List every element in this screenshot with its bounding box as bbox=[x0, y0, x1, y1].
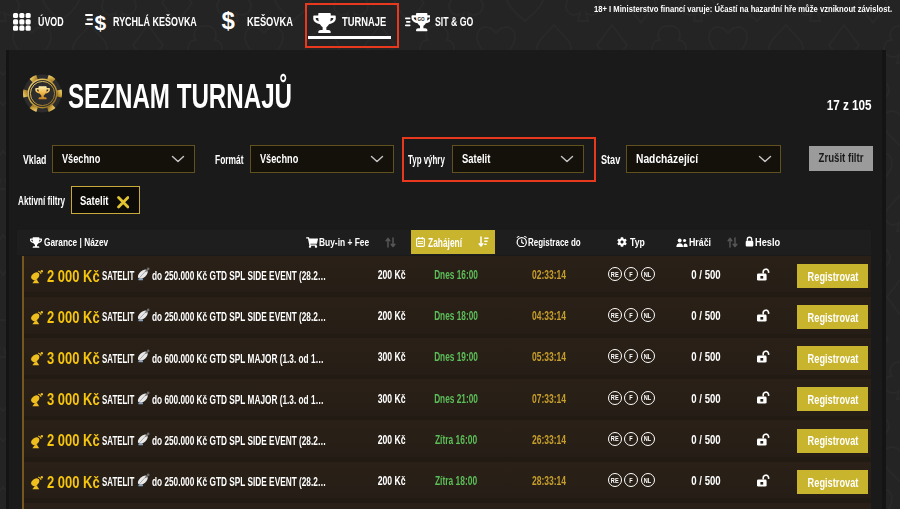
svg-text:$: $ bbox=[95, 11, 107, 34]
svg-text:GO: GO bbox=[417, 17, 425, 22]
